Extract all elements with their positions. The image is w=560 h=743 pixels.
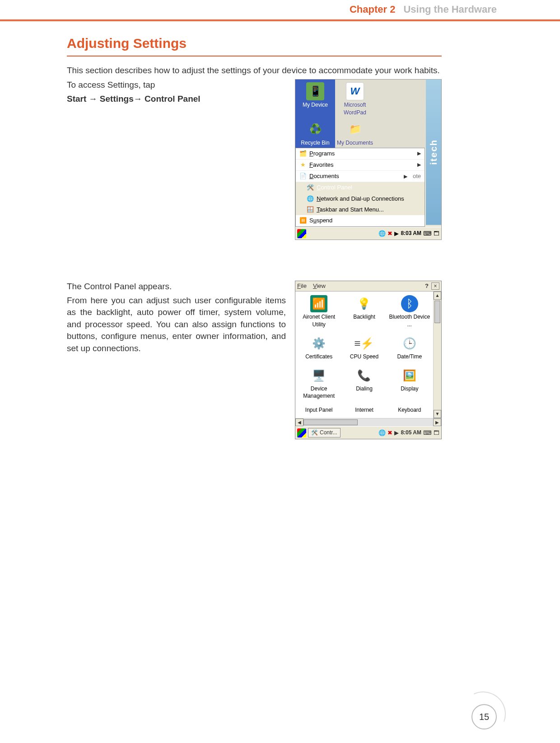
clock: 8:05 AM [401,429,421,437]
cp-bluetooth[interactable]: ᛒ Bluetooth Device ... [387,295,432,332]
menu-taskbar[interactable]: 🪟 Taskbar and Start Menu... [296,204,425,215]
hscroll-thumb[interactable] [303,419,358,425]
menu-network[interactable]: 🌐 Network and Dial-up Connections [296,193,425,204]
recycle-icon: ♻️ [306,120,324,138]
scroll-down-button[interactable]: ▼ [434,410,441,418]
speed-icon: ≡⚡ [355,335,373,352]
intro-paragraph: This section describes how to adjust the… [67,65,442,77]
screenshot-start-menu: itech 📱 My Device W Microsoft WordPad ♻️… [295,79,442,240]
block-start-menu: To access Settings, tap Start → Settings… [67,79,442,240]
menu-control-panel[interactable]: 🛠️ Control Panel [296,182,425,193]
tray-windows-icon[interactable]: 🗔 [434,230,439,238]
page-header: Chapter 2 Using the Hardware [0,0,560,21]
menu-programs[interactable]: 🗂️ Programs ▶ [296,148,425,160]
taskbar-app-button[interactable]: 🛠️ Contr... [308,428,341,437]
document-icon: 📄 [299,173,307,180]
desktop-label: Microsoft WordPad [344,102,366,116]
desktop-recycle-bin[interactable]: ♻️ Recycle Bin [295,118,335,148]
section-rule [67,56,442,56]
cp-input-panel[interactable]: Input Panel [296,406,341,414]
scroll-up-button[interactable]: ▲ [434,292,441,300]
chapter-number: Chapter 2 [350,3,395,17]
cp-backlight[interactable]: 💡 Backlight [341,295,387,332]
menu-suspend[interactable]: ⏸️ Suspend [296,215,425,226]
horizontal-scrollbar[interactable]: ◀ ▶ [295,418,441,426]
chevron-right-icon: ▶ [417,161,421,168]
note-fragment: ote [413,172,421,180]
cp-certificates[interactable]: ⚙️ Certificates [296,335,341,364]
desktop-label: Recycle Bin [301,140,329,146]
desktop-my-device[interactable]: 📱 My Device [295,80,335,118]
desktop-wordpad[interactable]: W Microsoft WordPad [335,80,375,118]
scroll-thumb[interactable] [434,301,440,323]
control-panel-mini-icon: 🛠️ [311,429,318,437]
chevron-right-icon: ▶ [404,173,407,180]
tray-world-icon[interactable]: 🌐 [378,429,386,437]
tray-windows-icon[interactable]: 🗔 [434,429,439,437]
device-icon: 🖥️ [310,367,327,384]
tray-network-off-icon[interactable]: ✖ [387,429,392,437]
menu-documents[interactable]: 📄 Documents ▶ ote [296,171,425,182]
tray-world-icon[interactable]: 🌐 [378,230,386,238]
clock-icon: 🕒 [401,335,418,352]
tray-keyboard-icon[interactable]: ⌨ [423,429,432,437]
help-icon[interactable]: ? [425,282,429,290]
block-control-panel: The Control Panel appears. From here you… [67,281,442,439]
cp-keyboard[interactable]: Keyboard [387,406,432,414]
page-content: Adjusting Settings This section describe… [67,34,442,439]
cp-device-management[interactable]: 🖥️ Device Management [296,367,341,404]
programs-icon: 🗂️ [299,150,307,157]
page-number: 15 [471,704,497,729]
cp-dialing[interactable]: 📞 Dialing [341,367,387,404]
start-button[interactable] [297,229,306,238]
menu-favorites[interactable]: ★ Favorites ▶ [296,160,425,171]
access-line: To access Settings, tap [67,79,286,91]
control-panel-icon: 🛠️ [307,184,314,191]
network-icon: 🌐 [307,195,314,202]
cp-display[interactable]: 🖼️ Display [387,367,432,404]
clock: 8:03 AM [401,230,421,237]
menu-view[interactable]: View [313,282,326,290]
cp-internet[interactable]: Internet [341,406,387,414]
section-title: Adjusting Settings [67,34,442,56]
star-icon: ★ [299,161,307,169]
tray-arrow-icon: ▶ [394,429,399,437]
close-button[interactable]: × [431,282,439,290]
suspend-icon: ⏸️ [299,217,307,224]
tray-network-off-icon[interactable]: ✖ [387,230,392,238]
cp-description: From here you can adjust such user confi… [67,295,286,355]
scroll-right-button[interactable]: ▶ [433,419,441,426]
start-menu: 🗂️ Programs ▶ ★ Favorites ▶ 📄 Documents … [295,148,425,227]
menubar: File View ? × [295,281,441,292]
desktop-label: My Documents [337,140,373,146]
cp-appears: The Control Panel appears. [67,281,286,293]
device-brand: itech [426,80,441,225]
chevron-right-icon: ▶ [417,150,421,157]
chapter-title: Using the Hardware [403,3,497,17]
display-icon: 🖼️ [401,367,418,384]
bluetooth-icon: ᛒ [401,295,418,312]
phone-icon: 📞 [355,367,373,384]
desktop-label: My Device [303,102,328,108]
system-tray: 🌐 ✖ ▶ 8:05 AM ⌨ 🗔 [378,429,439,437]
scroll-left-button[interactable]: ◀ [295,419,303,426]
cp-cpu-speed[interactable]: ≡⚡ CPU Speed [341,335,387,364]
pda-device-icon: 📱 [306,82,324,100]
cp-aironet[interactable]: 📶 Aironet Client Utility [296,295,341,332]
system-tray: 🌐 ✖ ▶ 8:03 AM ⌨ 🗔 [378,230,439,238]
cp-date-time[interactable]: 🕒 Date/Time [387,335,432,364]
gear-icon: ⚙️ [310,335,327,352]
screenshot-control-panel: File View ? × 📶 Aironet Client Utility 💡… [295,281,442,439]
control-panel-grid: 📶 Aironet Client Utility 💡 Backlight ᛒ B… [295,292,433,418]
folder-icon: 📁 [346,120,364,138]
desktop-my-documents[interactable]: 📁 My Documents [335,118,375,148]
taskbar-icon: 🪟 [307,206,314,213]
tray-arrow-icon: ▶ [394,230,399,238]
tray-keyboard-icon[interactable]: ⌨ [423,230,432,238]
backlight-icon: 💡 [355,295,373,312]
wordpad-icon: W [346,82,364,100]
menu-file[interactable]: File [297,282,307,290]
header-rule [0,19,560,21]
start-button[interactable] [297,428,306,437]
vertical-scrollbar[interactable]: ▲ ▼ [433,292,441,418]
